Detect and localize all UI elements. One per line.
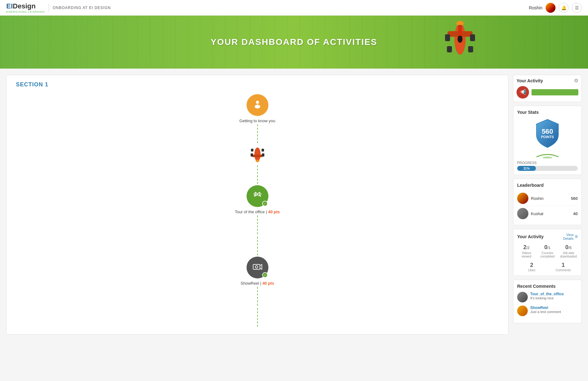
- connector-5: [257, 308, 258, 327]
- activity-stat-likes: 2 Likes: [517, 262, 546, 272]
- right-panel: Your Activity ⚙ 📢 Your Stats: [513, 75, 582, 323]
- courses-label: Coursescompleted: [538, 251, 556, 258]
- logo[interactable]: EIDesign ENERGISING LEARNING: [6, 2, 45, 13]
- svg-marker-24: [260, 264, 262, 269]
- rc-text-1: It's looking nice: [530, 296, 564, 300]
- likes-num: 2: [517, 262, 546, 268]
- your-activity-box: Your Activity ViewDetails ≡ 2/2 Videosvi…: [513, 229, 582, 276]
- svg-rect-3: [445, 34, 450, 41]
- rc-content-1: Tour_of_the_office It's looking nice: [530, 292, 564, 300]
- videos-num: 2/2: [517, 244, 536, 251]
- race-car: [250, 146, 265, 163]
- main-content: SECTION 1 Getting to know you: [0, 69, 588, 341]
- svg-rect-16: [262, 153, 264, 157]
- svg-rect-17: [251, 153, 253, 157]
- activity-grid2: 2 Likes 1 Comments: [517, 262, 578, 272]
- menu-button[interactable]: ☰: [572, 3, 582, 13]
- announce-bar: [532, 89, 578, 95]
- likes-label: Likes: [517, 268, 546, 272]
- svg-text:99: 99: [255, 193, 257, 196]
- your-activity-header: Your Activity ViewDetails ≡: [517, 233, 578, 240]
- map-pin-icon: 99: [252, 190, 263, 202]
- lb-score-kushal: 40: [573, 211, 578, 216]
- lb-avatar-kushal: [517, 208, 528, 219]
- ya-icons: ViewDetails ≡: [563, 233, 578, 240]
- check-icon-2: ✓: [262, 201, 268, 206]
- jobads-num: 0/5: [559, 244, 578, 251]
- nav-title: ONBOARDING AT EI DESIGN: [53, 6, 111, 10]
- svg-point-25: [255, 266, 258, 268]
- rc-course-2[interactable]: ShowReel: [530, 306, 561, 310]
- logo-design: Design: [13, 2, 36, 10]
- activity-stat-courses: 0/1 Coursescompleted: [538, 244, 556, 258]
- svg-point-7: [458, 35, 463, 43]
- rc-item-2: ShowReel Just a test comment: [517, 306, 578, 316]
- app-header: EIDesign ENERGISING LEARNING ONBOARDING …: [0, 0, 588, 16]
- rc-course-1[interactable]: Tour_of_the_office: [530, 292, 564, 296]
- banner: YOUR DASHBOARD OF ACTIVITIES: [0, 16, 588, 69]
- videos-label: Videosviewed: [517, 251, 536, 258]
- header-left: EIDesign ENERGISING LEARNING ONBOARDING …: [6, 2, 111, 13]
- activity-stat-comments: 1 Comments: [549, 262, 578, 272]
- svg-point-9: [256, 101, 259, 104]
- svg-point-26: [543, 157, 552, 158]
- activity-header-box: Your Activity ⚙ 📢: [513, 75, 582, 102]
- avatar[interactable]: [546, 3, 556, 13]
- svg-point-13: [254, 147, 261, 161]
- leaderboard-row-2: Kushal 40: [517, 206, 578, 221]
- check-icon-3: ✓: [262, 272, 268, 278]
- banner-title: YOUR DASHBOARD OF ACTIVITIES: [211, 37, 377, 47]
- shield-points: 560: [541, 128, 554, 135]
- rc-text-2: Just a test comment: [530, 310, 561, 314]
- rc-avatar-1: [517, 292, 528, 302]
- person-icon: [252, 99, 262, 111]
- activity-header-row: Your Activity ⚙: [513, 75, 581, 86]
- recent-comments-box: Recent Comments Tour_of_the_office It's …: [513, 280, 582, 323]
- comments-label: Comments: [549, 268, 578, 272]
- leaderboard-title: Leaderboard: [517, 183, 578, 188]
- connector-2: [257, 215, 258, 234]
- hamburger-icon: ☰: [575, 5, 579, 10]
- timeline-item-1: Getting to know you: [16, 94, 499, 123]
- activity-announce: 📢: [513, 86, 581, 102]
- bell-button[interactable]: 🔔: [559, 3, 569, 13]
- username-label: Roshin: [529, 5, 542, 10]
- avatar-image: [546, 3, 556, 13]
- activity-stat-videos: 2/2 Videosviewed: [517, 244, 536, 258]
- timeline: Getting to know you: [16, 94, 499, 328]
- progress-bar-bg: 31%: [517, 166, 578, 171]
- lb-name-kushal: Kushal: [531, 211, 571, 216]
- node-showreel[interactable]: ✓: [247, 257, 268, 278]
- camera-icon: [252, 261, 263, 274]
- header-right: Roshin 🔔 ☰: [529, 3, 582, 13]
- progress-pct: 31%: [523, 167, 530, 170]
- timeline-item-3: ✓ ShowReel | 40 pts: [16, 257, 499, 286]
- rc-item-1: Tour_of_the_office It's looking nice: [517, 292, 578, 302]
- rc-content-2: ShowReel Just a test comment: [530, 306, 561, 314]
- activity-header-title: Your Activity: [517, 78, 543, 83]
- stats-title: Your Stats: [517, 110, 578, 115]
- node-getting-to-know[interactable]: [247, 94, 268, 116]
- node-3-label: ShowReel | 40 pts: [241, 281, 274, 286]
- shield-label: POINTS: [541, 135, 554, 139]
- svg-rect-4: [470, 34, 475, 41]
- svg-rect-18: [262, 149, 264, 152]
- lb-score-roshin: 560: [571, 196, 578, 201]
- stats-box: Your Stats 560 POINTS: [513, 106, 582, 175]
- view-details-link[interactable]: ViewDetails: [563, 233, 574, 240]
- rc-title: Recent Comments: [517, 284, 578, 289]
- rc-avatar-2: [517, 306, 528, 316]
- gear-icon[interactable]: ⚙: [574, 78, 578, 84]
- svg-rect-23: [253, 264, 260, 269]
- connector-0: [257, 124, 258, 143]
- activity-stat-jobads: 0/5 Job aidsdownloaded: [559, 244, 578, 258]
- timeline-item-2: 99 ✓ Tour of the office | 40 pts: [16, 185, 499, 214]
- ya-title: Your Activity: [517, 234, 544, 239]
- header-divider: [49, 3, 49, 12]
- node-tour[interactable]: 99 ✓: [247, 185, 268, 207]
- shield-text: 560 POINTS: [541, 128, 554, 139]
- stats-shield: 560 POINTS: [533, 118, 561, 149]
- progress-section: PROGRESS 31%: [517, 161, 578, 171]
- leaderboard-box: Leaderboard Roshin 560 Kushal 40: [513, 179, 582, 225]
- list-icon[interactable]: ≡: [575, 234, 578, 239]
